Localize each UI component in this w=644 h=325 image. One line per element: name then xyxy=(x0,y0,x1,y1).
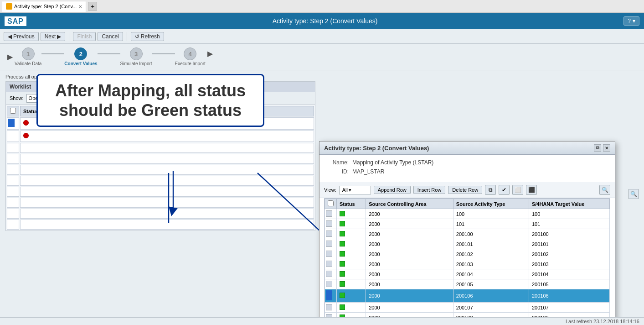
view-dropdown[interactable]: All ▾ xyxy=(339,186,371,194)
delete-row-label: Delete Row xyxy=(452,187,478,193)
modal-restore-button[interactable]: ⧉ xyxy=(594,144,601,152)
help-button[interactable]: ? ▾ xyxy=(623,16,639,26)
step-4-label: Execute Import xyxy=(175,61,206,66)
cell-src_area: 2000 xyxy=(366,279,453,289)
row-select-indicator xyxy=(326,290,332,300)
cell-target: 200101 xyxy=(529,239,609,249)
cell-src_area: 2000 xyxy=(366,239,453,249)
modal-table-row[interactable]: 2000200102200102 xyxy=(325,249,610,259)
sap-topbar: SAP Activity type: Step 2 (Convert Value… xyxy=(0,13,644,29)
steps-end-arrow: ▶ xyxy=(207,49,213,58)
help-icon: ? xyxy=(628,18,631,24)
cell-src_type: 101 xyxy=(453,219,529,229)
callout-text-line2: should be Green status xyxy=(47,100,254,120)
status-green-indicator xyxy=(340,211,345,216)
step-3-label: Simulate Import xyxy=(120,61,152,66)
sap-logo: SAP xyxy=(5,16,26,26)
modal-search-button[interactable]: 🔍 xyxy=(599,185,610,195)
status-bar: Last refresh 23.12.2018 18:14:16 xyxy=(0,317,644,325)
status-green-indicator xyxy=(340,231,345,236)
app-title: Activity type: Step 2 (Convert Values) xyxy=(26,17,623,25)
modal-select-all[interactable] xyxy=(328,200,334,206)
active-tab[interactable]: Activity type: Step 2 (Conv... ✕ xyxy=(2,1,86,12)
table-row xyxy=(7,187,314,197)
row-selector-box xyxy=(326,241,332,247)
modal-table-row[interactable]: 2000100100 xyxy=(325,209,610,219)
modal-close-button[interactable]: ✕ xyxy=(603,144,610,152)
callout-annotation: After Mapping, all status should be Gree… xyxy=(36,74,264,127)
modal-table-row[interactable]: 2000200100200100 xyxy=(325,229,610,239)
step-connector-2-3 xyxy=(98,53,120,54)
status-green-indicator xyxy=(340,251,345,257)
refresh-button[interactable]: ↺ Refresh xyxy=(131,32,164,41)
step-4-num: 4 xyxy=(184,47,196,60)
step-1-label: Validate Data xyxy=(15,61,41,66)
modal-table-row[interactable]: 2000200104200104 xyxy=(325,269,610,279)
append-row-button[interactable]: Append Row xyxy=(374,186,411,194)
toolbar-separator-2 xyxy=(127,32,127,41)
th-status: Status xyxy=(337,199,366,209)
new-tab-button[interactable]: + xyxy=(88,2,97,11)
modal-table-wrapper: Status Source Controlling Area Source Ac… xyxy=(324,198,610,323)
cell-target: 200105 xyxy=(529,279,609,289)
refresh-label: Refresh xyxy=(141,33,160,40)
insert-row-button[interactable]: Insert Row xyxy=(413,186,446,194)
export-icon-button[interactable]: ⬜ xyxy=(512,185,523,195)
modal-table-row[interactable]: 2000101101 xyxy=(325,219,610,229)
sap-window: SAP Activity type: Step 2 (Convert Value… xyxy=(0,13,644,325)
next-button[interactable]: Next ▶ xyxy=(41,32,66,41)
cell-target: 200104 xyxy=(529,269,609,279)
tab-label: Activity type: Step 2 (Conv... xyxy=(14,4,77,9)
tab-favicon xyxy=(6,3,12,10)
status-green-indicator xyxy=(340,261,345,267)
cell-src_type: 200107 xyxy=(453,303,529,313)
step-connector-3-4 xyxy=(152,53,175,54)
modal-data-table: Status Source Controlling Area Source Ac… xyxy=(325,199,610,323)
modal-dialog: Activity type: Step 2 (Convert Values) ⧉… xyxy=(319,141,615,325)
next-icon: ▶ xyxy=(57,33,61,40)
sap-logo-text: SAP xyxy=(5,16,26,26)
copy-icon-button[interactable]: ⧉ xyxy=(485,185,496,195)
right-search-button[interactable]: 🔍 xyxy=(629,189,639,199)
cell-target: 100 xyxy=(529,209,609,219)
view-value: All xyxy=(342,187,348,193)
modal-table-row[interactable]: 2000200107200107 xyxy=(325,303,610,313)
id-value: MAP_LSTAR xyxy=(352,168,384,175)
select-all-checkbox[interactable] xyxy=(10,108,16,114)
modal-table-row[interactable]: 2000200106200106 xyxy=(325,289,610,303)
cell-src_area: 2000 xyxy=(366,209,453,219)
cell-target: 101 xyxy=(529,219,609,229)
modal-table-row[interactable]: 2000200105200105 xyxy=(325,279,610,289)
step-connector-1-2 xyxy=(41,53,64,54)
table-row xyxy=(7,143,314,153)
toolbar-separator-1 xyxy=(69,32,69,41)
cell-src_type: 100 xyxy=(453,209,529,219)
insert-row-label: Insert Row xyxy=(417,187,442,193)
delete-row-button[interactable]: Delete Row xyxy=(448,186,482,194)
status-icon-red xyxy=(23,120,29,126)
row-selector-box xyxy=(326,304,332,310)
modal-titlebar: Activity type: Step 2 (Convert Values) ⧉… xyxy=(319,142,615,155)
cancel-label: Cancel xyxy=(102,33,118,40)
modal-table-row[interactable]: 2000200101200101 xyxy=(325,239,610,249)
modal-table-row[interactable]: 2000200103200103 xyxy=(325,259,610,269)
col-checkbox xyxy=(7,106,19,116)
th-row-selector xyxy=(325,199,337,209)
table-row xyxy=(7,220,314,230)
tab-close-button[interactable]: ✕ xyxy=(78,4,82,9)
import-icon-button[interactable]: ⬛ xyxy=(526,185,537,195)
cell-target: 200100 xyxy=(529,229,609,239)
next-label: Next xyxy=(45,33,56,40)
cell-src_area: 2000 xyxy=(366,229,453,239)
check-icon-button[interactable]: ✔ xyxy=(499,185,510,195)
cell-src_area: 2000 xyxy=(366,289,453,303)
cell-src_type: 200106 xyxy=(453,289,529,303)
modal-title: Activity type: Step 2 (Convert Values) xyxy=(324,145,429,152)
previous-button[interactable]: ◀ Previous xyxy=(4,32,39,41)
finish-button[interactable]: Finish xyxy=(73,32,96,41)
cancel-button[interactable]: Cancel xyxy=(98,32,123,41)
append-row-label: Append Row xyxy=(378,187,407,193)
name-value: Mapping of Activity Type (LSTAR) xyxy=(352,159,433,166)
cell-src_area: 2000 xyxy=(366,303,453,313)
cell-src_area: 2000 xyxy=(366,249,453,259)
